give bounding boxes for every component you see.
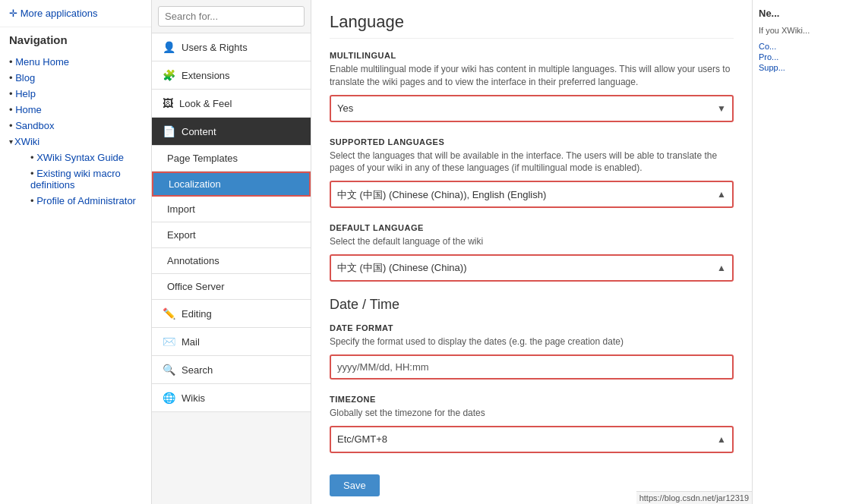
date-format-input-wrapper[interactable] — [330, 354, 734, 380]
multilingual-desc: Enable multilingual mode if your wiki ha… — [330, 63, 734, 89]
nav-item-extensions[interactable]: 🧩 Extensions — [152, 61, 311, 90]
editing-icon: ✏️ — [163, 307, 175, 320]
sidebar-item-xwiki[interactable]: ▾ XWiki — [0, 134, 151, 150]
timezone-group: TIMEZONE Globally set the timezone for t… — [330, 395, 734, 453]
date-format-group: DATE FORMAT Specify the format used to d… — [330, 323, 734, 380]
right-panel-title: Ne... — [759, 8, 837, 19]
multilingual-group: MULTILINGUAL Enable multilingual mode if… — [330, 51, 734, 122]
default-language-label: DEFAULT LANGUAGE — [330, 223, 734, 232]
xwiki-link[interactable]: XWiki — [14, 136, 39, 147]
timezone-desc: Globally set the timezone for the dates — [330, 407, 734, 420]
supported-languages-desc: Select the languages that will be availa… — [330, 150, 734, 175]
nav-item-export[interactable]: Export — [152, 222, 311, 248]
date-format-desc: Specify the format used to display the d… — [330, 335, 734, 348]
look-feel-icon: 🖼 — [163, 97, 173, 109]
search-container — [152, 0, 311, 33]
default-language-select-wrapper[interactable]: 中文 (中国) (Chinese (China)) ▲ — [330, 254, 734, 282]
sidebar-item-blog[interactable]: Blog — [0, 70, 151, 86]
nav-item-users-rights[interactable]: 👤 Users & Rights — [152, 33, 311, 61]
multilingual-select[interactable]: Yes No — [337, 102, 726, 114]
users-icon: 👤 — [163, 41, 175, 53]
default-language-group: DEFAULT LANGUAGE Select the default lang… — [330, 223, 734, 282]
nav-item-users-rights-label: Users & Rights — [182, 42, 248, 53]
search-input[interactable] — [158, 6, 305, 27]
right-panel: Ne... If you XWiki... Co... Pro... Supp.… — [752, 0, 843, 504]
sidebar-item-syntax-guide[interactable]: XWiki Syntax Guide — [15, 150, 151, 165]
nav-item-import-label: Import — [167, 203, 195, 215]
sidebar-item-existing-macro[interactable]: Existing wiki macro definitions — [15, 165, 151, 193]
nav-item-look-feel[interactable]: 🖼 Look & Feel — [152, 90, 311, 118]
left-sidebar: ✛ More applications Navigation Menu Home… — [0, 0, 152, 504]
nav-item-import[interactable]: Import — [152, 197, 311, 222]
nav-item-content[interactable]: 📄 Content — [152, 118, 311, 146]
sidebar-item-home[interactable]: Home — [0, 102, 151, 118]
multilingual-label: MULTILINGUAL — [330, 51, 734, 60]
timezone-select-wrapper[interactable]: Etc/GMT+8 UTC US/Eastern ▲ — [330, 426, 734, 453]
nav-item-wikis[interactable]: 🌐 Wikis — [152, 384, 311, 412]
timezone-label: TIMEZONE — [330, 395, 734, 404]
nav-item-annotations-label: Annotations — [167, 255, 219, 266]
right-panel-link2[interactable]: Pro... — [759, 52, 778, 61]
nav-item-localization-label: Localization — [169, 178, 221, 190]
nav-item-extensions-label: Extensions — [182, 70, 230, 81]
more-applications-link[interactable]: ✛ More applications — [0, 0, 151, 27]
supported-languages-select-wrapper[interactable]: 中文 (中国) (Chinese (China)), English (Engl… — [330, 181, 734, 208]
middle-nav: 👤 Users & Rights 🧩 Extensions 🖼 Look & F… — [152, 0, 311, 504]
page-title: Language — [330, 12, 734, 39]
nav-item-office-server-label: Office Server — [167, 281, 225, 292]
default-language-select[interactable]: 中文 (中国) (Chinese (China)) — [337, 262, 726, 273]
nav-item-search-label: Search — [182, 364, 213, 376]
extensions-icon: 🧩 — [163, 69, 175, 81]
nav-item-office-server[interactable]: Office Server — [152, 274, 311, 300]
date-format-input[interactable] — [331, 356, 732, 378]
multilingual-select-wrapper[interactable]: Yes No ▼ — [330, 95, 734, 122]
date-format-label: DATE FORMAT — [330, 323, 734, 332]
arrow-icon: ▾ — [9, 137, 13, 146]
right-panel-text: If you XWiki... — [759, 25, 837, 36]
nav-item-export-label: Export — [167, 229, 196, 241]
nav-item-page-templates[interactable]: Page Templates — [152, 146, 311, 172]
supported-languages-group: SUPPORTED LANGUAGES Select the languages… — [330, 137, 734, 209]
nav-item-editing-label: Editing — [182, 308, 212, 320]
supported-languages-select[interactable]: 中文 (中国) (Chinese (China)), English (Engl… — [337, 189, 726, 200]
nav-item-wikis-label: Wikis — [182, 392, 205, 404]
wikis-icon: 🌐 — [163, 392, 175, 404]
nav-item-localization[interactable]: Localization — [152, 172, 311, 197]
right-panel-link1[interactable]: Co... — [759, 42, 776, 51]
sidebar-item-menu-home[interactable]: Menu Home — [0, 54, 151, 70]
save-button[interactable]: Save — [330, 474, 380, 496]
mail-icon: ✉️ — [163, 335, 175, 348]
nav-item-search[interactable]: 🔍 Search — [152, 356, 311, 384]
sidebar-item-profile[interactable]: Profile of Administrator — [15, 193, 151, 209]
nav-item-page-templates-label: Page Templates — [167, 153, 238, 164]
nav-item-annotations[interactable]: Annotations — [152, 248, 311, 274]
sidebar-item-sandbox[interactable]: Sandbox — [0, 118, 151, 134]
content-icon: 📄 — [163, 125, 175, 137]
nav-item-mail-label: Mail — [182, 336, 200, 348]
supported-languages-label: SUPPORTED LANGUAGES — [330, 137, 734, 146]
xwiki-subnav: XWiki Syntax Guide Existing wiki macro d… — [0, 150, 151, 209]
search-icon: 🔍 — [163, 364, 175, 376]
sidebar-item-help[interactable]: Help — [0, 86, 151, 102]
nav-item-mail[interactable]: ✉️ Mail — [152, 328, 311, 356]
default-language-desc: Select the default language of the wiki — [330, 235, 734, 248]
more-applications-label: More applications — [21, 8, 98, 19]
datetime-heading: Date / Time — [330, 297, 734, 313]
nav-item-look-feel-label: Look & Feel — [179, 98, 232, 109]
main-content: Language MULTILINGUAL Enable multilingua… — [311, 0, 752, 504]
timezone-select[interactable]: Etc/GMT+8 UTC US/Eastern — [337, 433, 726, 445]
right-panel-link3[interactable]: Supp... — [759, 63, 785, 72]
plus-icon: ✛ — [9, 8, 17, 19]
url-bar: https://blog.csdn.net/jar12319 — [636, 491, 752, 504]
nav-item-editing[interactable]: ✏️ Editing — [152, 300, 311, 328]
nav-title: Navigation — [0, 27, 151, 52]
nav-group: Menu Home Blog Help Home Sandbox ▾ XWiki… — [0, 52, 151, 210]
nav-item-content-label: Content — [182, 126, 216, 137]
